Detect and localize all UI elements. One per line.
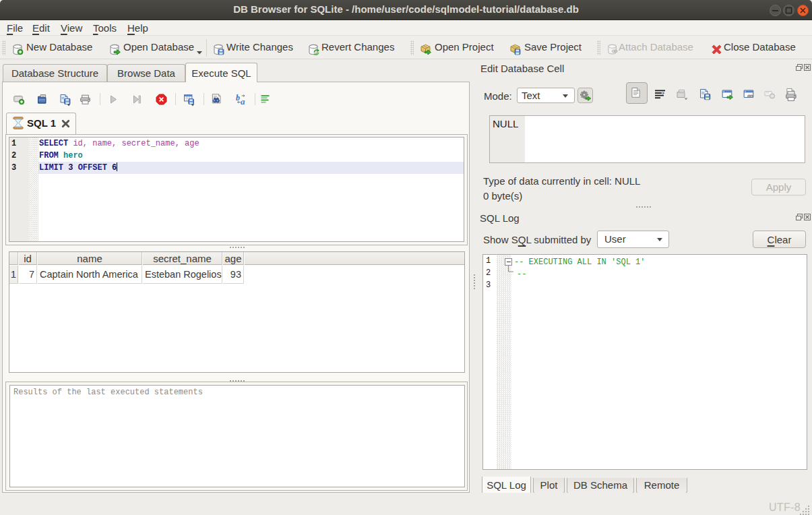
svg-text:b: b	[236, 93, 240, 102]
svg-text:a: a	[241, 96, 245, 107]
